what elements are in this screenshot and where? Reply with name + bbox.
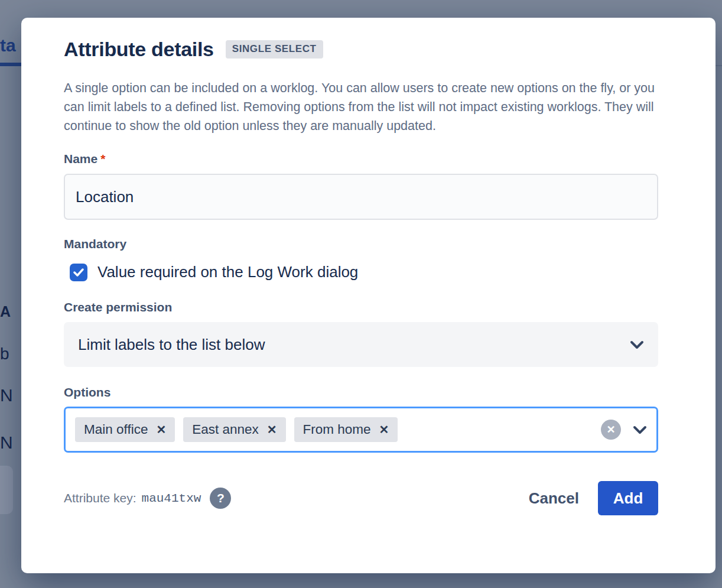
attribute-key-label: Attribute key: [64, 491, 136, 505]
background-tab-active-underline [0, 63, 21, 66]
dialog-description: A single option can be included on a wor… [64, 79, 658, 135]
help-icon[interactable]: ? [210, 488, 231, 509]
attribute-type-badge: SINGLE SELECT [226, 40, 323, 59]
option-tag-label: East annex [192, 422, 259, 437]
create-permission-select[interactable]: Limit labels to the list below [64, 322, 658, 367]
mandatory-checkbox[interactable] [70, 264, 87, 281]
required-asterisk: * [100, 152, 105, 165]
attribute-key-value: mau41txw [142, 492, 201, 505]
option-tag: From home ✕ [294, 417, 398, 442]
name-field-label: Name* [64, 152, 658, 166]
remove-tag-icon[interactable]: ✕ [379, 424, 389, 436]
options-multiselect[interactable]: Main office ✕ East annex ✕ From home ✕ ✕ [64, 407, 658, 453]
chevron-down-icon[interactable] [633, 425, 647, 434]
background-text-fragment: N [0, 385, 13, 405]
background-text-fragment: A [0, 303, 11, 320]
mandatory-checkbox-row[interactable]: Value required on the Log Work dialog [64, 263, 658, 281]
remove-tag-icon[interactable]: ✕ [156, 424, 166, 436]
multiselect-controls: ✕ [601, 420, 647, 440]
name-input[interactable] [64, 174, 658, 220]
background-panel-fragment [0, 466, 13, 514]
checkmark-icon [73, 268, 84, 277]
mandatory-field-label: Mandatory [64, 237, 658, 251]
remove-tag-icon[interactable]: ✕ [267, 424, 277, 436]
chevron-down-icon [630, 340, 644, 349]
option-tag: East annex ✕ [183, 417, 285, 442]
clear-all-icon[interactable]: ✕ [601, 420, 621, 440]
mandatory-checkbox-label: Value required on the Log Work dialog [97, 263, 358, 281]
background-text-fragment: b [0, 345, 9, 363]
create-permission-selected-value: Limit labels to the list below [78, 336, 265, 354]
background-tab-fragment: ta [0, 35, 16, 56]
options-label: Options [64, 385, 658, 399]
attribute-details-dialog: Attribute details SINGLE SELECT A single… [21, 18, 716, 573]
add-button[interactable]: Add [598, 481, 658, 515]
dialog-title: Attribute details [64, 38, 214, 61]
cancel-button[interactable]: Cancel [529, 489, 579, 508]
dialog-footer: Attribute key: mau41txw ? Cancel Add [64, 481, 658, 515]
option-tag-label: From home [303, 422, 371, 437]
option-tag-label: Main office [84, 422, 148, 437]
option-tag: Main office ✕ [75, 417, 175, 442]
background-text-fragment: N [0, 433, 13, 453]
name-label-text: Name [64, 152, 97, 165]
dialog-header: Attribute details SINGLE SELECT [64, 38, 658, 61]
create-permission-label: Create permission [64, 300, 658, 314]
